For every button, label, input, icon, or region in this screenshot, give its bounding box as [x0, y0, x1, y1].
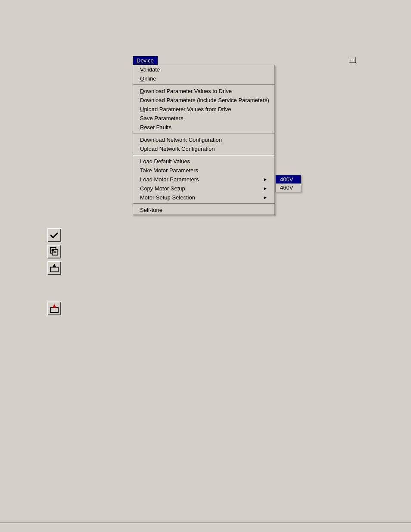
validate-button[interactable]	[47, 228, 61, 242]
load-motor-submenu: 400V 460V	[275, 175, 301, 192]
submenu-item-460v[interactable]: 460V	[276, 184, 301, 192]
menu-item-motor-setup-sel[interactable]: Motor Setup Selection ►	[133, 193, 274, 202]
menu-item-download-param[interactable]: Download Parameter Values to Drive	[133, 87, 274, 96]
upload-red-button[interactable]	[47, 302, 61, 315]
network-button[interactable]	[47, 245, 61, 258]
menu-item-take-motor[interactable]: Take Motor Parameters	[133, 166, 274, 175]
menu-title-device[interactable]: Device	[133, 56, 158, 65]
minimize-icon: —	[350, 58, 355, 62]
menu-item-copy-motor[interactable]: Copy Motor Setup ►	[133, 184, 274, 193]
menu-item-download-network[interactable]: Download Network Configuration	[133, 135, 274, 144]
device-dropdown: Validate Online Download Parameter Value…	[133, 65, 275, 215]
separator-1	[133, 84, 274, 85]
upload-icon	[50, 263, 59, 273]
separator-3	[133, 155, 274, 156]
upload-red-icon	[50, 304, 59, 313]
menu-item-upload-param[interactable]: Upload Parameter Values from Drive	[133, 105, 274, 114]
menu-item-upload-network[interactable]: Upload Network Configuration	[133, 144, 274, 153]
submenu-arrow-motor-setup: ►	[263, 195, 268, 200]
menu-item-load-motor[interactable]: Load Motor Parameters ► 400V 460V	[133, 175, 274, 184]
svg-rect-9	[50, 308, 58, 312]
toolbar	[47, 228, 61, 275]
separator-2	[133, 133, 274, 134]
checkmark-icon	[50, 230, 59, 240]
submenu-item-400v[interactable]: 400V	[276, 175, 301, 184]
menu-item-save-param[interactable]: Save Parameters	[133, 114, 274, 123]
device-menu: Device Validate Online Download Paramete…	[133, 56, 275, 215]
window-minimize-button[interactable]: —	[349, 57, 356, 63]
menu-item-validate[interactable]: Validate	[133, 65, 274, 74]
menu-title-label: Device	[137, 57, 154, 64]
svg-rect-6	[50, 267, 58, 272]
menu-item-self-tune[interactable]: Self-tune	[133, 205, 274, 215]
menu-item-load-default[interactable]: Load Default Values	[133, 157, 274, 166]
menu-item-reset-faults[interactable]: Reset Faults	[133, 123, 274, 132]
separator-4	[133, 203, 274, 204]
bottom-separator	[0, 523, 411, 523]
network-icon	[50, 247, 59, 256]
submenu-arrow-copy-motor: ►	[263, 186, 268, 191]
menu-item-download-param-service[interactable]: Download Parameters (include Service Par…	[133, 96, 274, 105]
upload-button[interactable]	[47, 261, 61, 275]
menu-item-online[interactable]: Online	[133, 74, 274, 83]
submenu-arrow-load-motor: ►	[263, 177, 268, 182]
